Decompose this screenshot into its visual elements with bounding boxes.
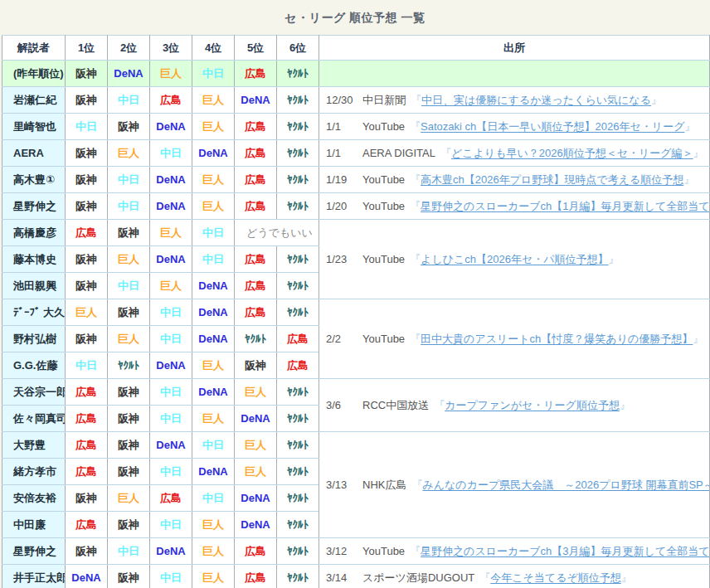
source-media: YouTube bbox=[362, 200, 405, 212]
team-cell: 中日 bbox=[150, 459, 192, 485]
team-cell: 広島 bbox=[66, 432, 108, 459]
table-row: 大野豊広島阪神DeNA中日巨人ﾔｸﾙﾄ3/13NHK広島『みんなのカープ県民大会… bbox=[2, 432, 710, 459]
commentator-cell: 緒方孝市 bbox=[2, 459, 66, 485]
commentator-cell: 岩瀬仁紀 bbox=[2, 87, 66, 114]
team-cell: 巨人 bbox=[192, 193, 235, 220]
team-cell: 広島 bbox=[277, 326, 319, 352]
team-cell: DeNA bbox=[235, 87, 277, 114]
source-date: 3/14 bbox=[326, 571, 356, 584]
team-cell: ﾔｸﾙﾄ bbox=[277, 273, 319, 299]
header-rank-3: 3位 bbox=[150, 36, 192, 61]
team-cell: ﾔｸﾙﾄ bbox=[277, 246, 319, 273]
team-cell: ﾔｸﾙﾄ bbox=[277, 432, 319, 459]
source-date: 3/13 bbox=[326, 479, 356, 491]
source-date: 1/23 bbox=[326, 253, 356, 265]
team-cell: 巨人 bbox=[192, 87, 235, 114]
source-link[interactable]: 星野伸之のスローカーブch【3月編】毎月更新して全部当てる bbox=[421, 545, 709, 557]
team-cell: 中日 bbox=[108, 273, 150, 299]
team-cell: 阪神 bbox=[66, 193, 108, 220]
source-cell: 3/6RCC中国放送『カープファンがセ・リーグ順位予想』 bbox=[319, 379, 710, 432]
commentator-cell: 野村弘樹 bbox=[2, 326, 66, 352]
team-cell: ﾔｸﾙﾄ bbox=[277, 87, 319, 114]
source-media: スポーツ酒場DUGOUT bbox=[362, 571, 474, 584]
bracket-open: 『 bbox=[411, 479, 422, 491]
team-cell: ﾔｸﾙﾄ bbox=[235, 326, 277, 352]
bracket-close: 』 bbox=[684, 120, 695, 133]
source-media: YouTube bbox=[362, 333, 405, 345]
team-cell: 広島 bbox=[235, 140, 277, 167]
commentator-cell: 井手正太郎 bbox=[2, 565, 66, 588]
team-cell: 巨人 bbox=[235, 432, 277, 459]
team-cell: 広島 bbox=[66, 459, 108, 485]
team-cell: 阪神 bbox=[108, 459, 150, 485]
commentator-cell: 里崎智也 bbox=[2, 114, 66, 140]
baseline-row: (昨年順位)阪神DeNA巨人中日広島ﾔｸﾙﾄ bbox=[2, 61, 710, 87]
team-cell: DeNA bbox=[150, 114, 192, 140]
team-cell: DeNA bbox=[192, 299, 235, 326]
commentator-cell: 安倍友裕 bbox=[2, 485, 66, 512]
team-cell: 広島 bbox=[235, 246, 277, 273]
team-cell: 広島 bbox=[235, 61, 277, 87]
source-link[interactable]: カープファンがセ・リーグ順位予想 bbox=[445, 399, 620, 411]
team-cell: 巨人 bbox=[192, 114, 235, 140]
team-cell: 阪神 bbox=[108, 299, 150, 326]
source-cell: 1/19YouTube『高木豊ch【2026年プロ野球】現時点で考える順位予想』 bbox=[319, 167, 710, 193]
source-cell: 3/14スポーツ酒場DUGOUT『今年こそ当てるぞ順位予想』 bbox=[319, 565, 710, 588]
header-rank-6: 6位 bbox=[277, 36, 319, 61]
header-rank-4: 4位 bbox=[192, 36, 235, 61]
team-cell: 広島 bbox=[66, 406, 108, 432]
source-date: 1/19 bbox=[326, 173, 356, 186]
source-cell: 2/2YouTube『田中大貴のアスリートch【忖度？爆笑ありの優勝予想】』 bbox=[319, 299, 710, 379]
team-cell: 阪神 bbox=[66, 326, 108, 352]
commentator-cell: (昨年順位) bbox=[2, 61, 66, 87]
source-media: RCC中国放送 bbox=[362, 399, 429, 411]
bracket-open: 『 bbox=[410, 545, 421, 557]
team-cell: ﾔｸﾙﾄ bbox=[277, 512, 319, 538]
source-link[interactable]: 田中大貴のアスリートch【忖度？爆笑ありの優勝予想】 bbox=[421, 333, 693, 345]
source-date: 12/30 bbox=[326, 94, 356, 106]
source-link[interactable]: 高木豊ch【2026年プロ野球】現時点で考える順位予想 bbox=[421, 173, 683, 186]
source-cell: 3/13NHK広島『みんなのカープ県民大会議 ～2026プロ野球 開幕直前SP～… bbox=[319, 432, 710, 538]
header-rank-2: 2位 bbox=[108, 36, 150, 61]
bracket-close: 』 bbox=[620, 399, 630, 411]
team-cell: 巨人 bbox=[150, 273, 192, 299]
bracket-open: 『 bbox=[410, 120, 421, 133]
bracket-open: 『 bbox=[411, 94, 421, 106]
table-row: AERA阪神巨人中日DeNA広島ﾔｸﾙﾄ1/1AERA DIGITAL『どこより… bbox=[2, 140, 710, 167]
source-link[interactable]: どこよりも早い？2026順位予想＜セ・リーグ編＞ bbox=[451, 147, 693, 159]
team-cell: 中日 bbox=[108, 193, 150, 220]
source-media: NHK広島 bbox=[362, 479, 406, 491]
team-cell: 巨人 bbox=[108, 485, 150, 512]
commentator-cell: 藤本博史 bbox=[2, 246, 66, 273]
team-cell: 巨人 bbox=[192, 406, 235, 432]
team-cell: 巨人 bbox=[66, 299, 108, 326]
team-cell: ﾔｸﾙﾄ bbox=[277, 406, 319, 432]
team-cell: 巨人 bbox=[235, 459, 277, 485]
source-link[interactable]: みんなのカープ県民大会議 ～2026プロ野球 開幕直前SP～ bbox=[422, 479, 709, 491]
bracket-close: 』 bbox=[621, 571, 632, 584]
source-link[interactable]: よしひこch【2026年セ・パ順位予想】 bbox=[421, 253, 608, 265]
team-cell: 巨人 bbox=[108, 140, 150, 167]
team-cell: 巨人 bbox=[235, 379, 277, 406]
team-cell: ﾔｸﾙﾄ bbox=[277, 140, 319, 167]
team-cell: DeNA bbox=[150, 167, 192, 193]
team-cell: 巨人 bbox=[108, 326, 150, 352]
team-cell: 阪神 bbox=[108, 114, 150, 140]
source-link[interactable]: 今年こそ当てるぞ順位予想 bbox=[490, 571, 621, 584]
table-row: 里崎智也中日阪神DeNA巨人広島ﾔｸﾙﾄ1/1YouTube『Satozaki … bbox=[2, 114, 710, 140]
source-link[interactable]: Satozaki ch【日本一早い順位予想】2026年セ・リーグ bbox=[421, 120, 684, 133]
bracket-close: 』 bbox=[651, 94, 662, 106]
team-cell: DeNA bbox=[192, 459, 235, 485]
bracket-close: 』 bbox=[693, 333, 703, 345]
team-cell: ﾔｸﾙﾄ bbox=[277, 379, 319, 406]
table-row: 星野伸之阪神中日DeNA巨人広島ﾔｸﾙﾄ3/12YouTube『星野伸之のスロー… bbox=[2, 538, 710, 565]
team-cell: 阪神 bbox=[108, 512, 150, 538]
team-cell: DeNA bbox=[235, 406, 277, 432]
header-rank-1: 1位 bbox=[66, 36, 108, 61]
team-cell: 広島 bbox=[235, 193, 277, 220]
source-link[interactable]: 中日、実は優勝にするか迷ったくらい気になる bbox=[421, 94, 651, 106]
commentator-cell: 高木豊① bbox=[2, 167, 66, 193]
source-link[interactable]: 星野伸之のスローカーブch【1月編】毎月更新して全部当てる bbox=[421, 200, 709, 212]
team-cell: DeNA bbox=[150, 432, 192, 459]
team-cell: 中日 bbox=[192, 246, 235, 273]
